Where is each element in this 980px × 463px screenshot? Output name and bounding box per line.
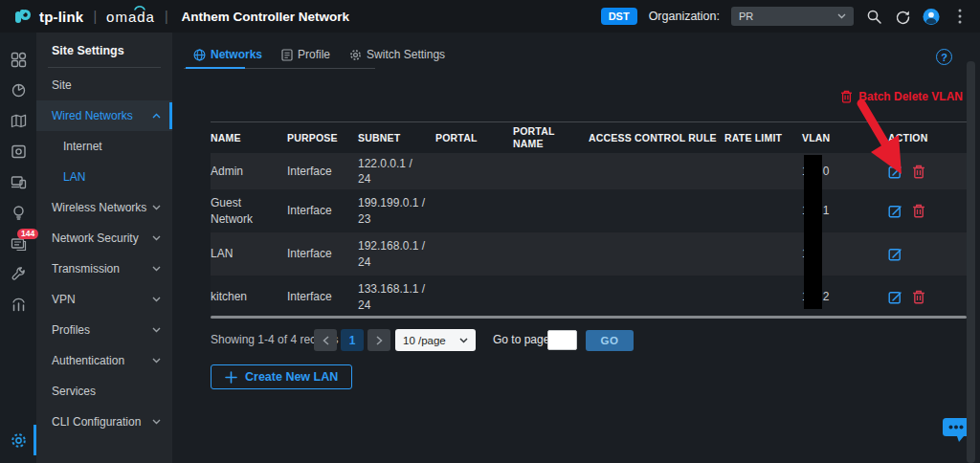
delete-icon[interactable] bbox=[912, 165, 926, 179]
cell-action bbox=[888, 290, 967, 304]
col-header-name: NAME bbox=[211, 132, 287, 144]
sidebar-item-site[interactable]: Site bbox=[36, 70, 172, 100]
cell-purpose: Interface bbox=[287, 246, 358, 261]
batch-delete-vlan-button[interactable]: Batch Delete VLAN bbox=[840, 90, 963, 103]
plus-icon bbox=[225, 371, 237, 384]
rail-insight-icon[interactable] bbox=[0, 197, 36, 228]
controller-title: Anthem Controller Network bbox=[182, 10, 350, 24]
sidebar-item-cli-configuration[interactable]: CLI Configuration bbox=[36, 407, 172, 437]
col-header-portal-name: PORTAL NAME bbox=[513, 125, 589, 149]
table-row-guest-network[interactable]: Guest Network Interface 199.199.0.1 / 23… bbox=[211, 189, 967, 232]
edit-icon[interactable] bbox=[888, 165, 902, 179]
search-icon[interactable] bbox=[865, 8, 882, 25]
cell-name: LAN bbox=[211, 246, 287, 261]
organization-label: Organization: bbox=[649, 10, 720, 23]
sidebar-item-profiles[interactable]: Profiles bbox=[36, 315, 172, 345]
sidebar-item-lan[interactable]: LAN bbox=[36, 162, 172, 192]
table-row-lan[interactable]: LAN Interface 192.168.0.1 / 24 1 bbox=[211, 232, 967, 276]
sidebar-item-network-security[interactable]: Network Security bbox=[36, 223, 172, 254]
edit-icon[interactable] bbox=[888, 290, 902, 304]
sidebar-item-wireless-networks[interactable]: Wireless Networks bbox=[36, 192, 172, 223]
edit-icon[interactable] bbox=[888, 204, 902, 218]
cell-action bbox=[888, 165, 967, 179]
settings-active-indicator bbox=[33, 425, 36, 455]
sidebar-item-authentication[interactable]: Authentication bbox=[36, 345, 172, 376]
cell-purpose: Interface bbox=[287, 289, 358, 304]
rail-tools-icon[interactable] bbox=[0, 258, 36, 289]
product-name: omada bbox=[106, 9, 155, 25]
redaction-bar bbox=[804, 155, 822, 309]
sidebar-item-vpn[interactable]: VPN bbox=[36, 284, 172, 315]
sidebar-item-internet[interactable]: Internet bbox=[36, 131, 172, 162]
vertical-scrollbar[interactable] bbox=[967, 61, 975, 463]
gear-icon bbox=[349, 49, 362, 61]
user-avatar[interactable] bbox=[923, 8, 940, 25]
sidebar-item-wired-networks[interactable]: Wired Networks bbox=[36, 100, 172, 131]
cell-subnet: 133.168.1.1 / 24 bbox=[358, 281, 435, 312]
cell-subnet: 122.0.0.1 / 24 bbox=[358, 156, 435, 187]
edit-icon[interactable] bbox=[888, 247, 902, 261]
delete-icon[interactable] bbox=[912, 290, 926, 304]
table-header-row: NAME PURPOSE SUBNET PORTAL PORTAL NAME A… bbox=[211, 121, 967, 153]
chevron-down-icon bbox=[152, 235, 161, 241]
table-row-admin[interactable]: Admin Interface 122.0.0.1 / 24 10 bbox=[211, 153, 967, 189]
col-header-access-control-rule: ACCESS CONTROL RULE bbox=[589, 132, 724, 144]
per-page-value: 10 /page bbox=[403, 335, 446, 346]
chevron-down-icon bbox=[152, 358, 161, 364]
create-new-lan-button[interactable]: Create New LAN bbox=[211, 364, 352, 389]
horizontal-scrollbar[interactable] bbox=[211, 316, 967, 319]
delete-icon[interactable] bbox=[912, 204, 926, 218]
chevron-down-icon bbox=[152, 266, 161, 272]
cell-name: kitchen bbox=[211, 289, 287, 304]
alerts-count-badge: 144 bbox=[17, 229, 38, 239]
rail-devices-icon[interactable] bbox=[0, 136, 36, 166]
rail-map-icon[interactable] bbox=[0, 105, 36, 136]
chevron-down-icon bbox=[459, 338, 468, 343]
organization-value: PR bbox=[739, 11, 753, 22]
cell-action bbox=[888, 204, 967, 218]
cell-action bbox=[888, 247, 967, 261]
active-tab-underline bbox=[186, 67, 245, 69]
brand-separator: | bbox=[93, 9, 97, 24]
next-page-button[interactable] bbox=[368, 329, 390, 351]
cell-name: Admin bbox=[211, 164, 287, 179]
col-header-purpose: PURPOSE bbox=[287, 132, 358, 144]
col-header-rate-limit: RATE LIMIT bbox=[724, 132, 802, 144]
per-page-select[interactable]: 10 /page bbox=[395, 329, 476, 351]
rail-clients-icon[interactable] bbox=[0, 166, 36, 197]
pagination-bar: Showing 1-4 of 4 records 1 10 /page Go t… bbox=[211, 329, 967, 352]
chevron-down-icon bbox=[152, 205, 161, 210]
tab-profile[interactable]: Profile bbox=[272, 48, 340, 69]
organization-select[interactable]: PR bbox=[731, 7, 854, 26]
rail-logs-icon[interactable]: 144 bbox=[0, 228, 36, 258]
table-row-kitchen[interactable]: kitchen Interface 133.168.1.1 / 24 12 bbox=[211, 276, 967, 319]
rail-reports-icon[interactable] bbox=[0, 289, 36, 320]
brand-name: tp-link bbox=[39, 9, 83, 25]
rail-dashboard-icon[interactable] bbox=[0, 44, 36, 75]
col-header-action: ACTION bbox=[888, 132, 967, 144]
goto-page-input[interactable] bbox=[547, 330, 577, 350]
sidebar-menu: Site Settings Site Wired Networks Intern… bbox=[36, 33, 172, 463]
tab-networks[interactable]: Networks bbox=[184, 48, 272, 69]
rail-settings-gear-icon[interactable] bbox=[0, 423, 36, 457]
refresh-icon[interactable] bbox=[894, 8, 911, 25]
current-page-button[interactable]: 1 bbox=[341, 329, 364, 351]
sidebar-item-services[interactable]: Services bbox=[36, 376, 172, 407]
cell-subnet: 199.199.0.1 / 23 bbox=[358, 195, 435, 226]
kebab-menu-icon[interactable] bbox=[951, 8, 969, 25]
document-icon bbox=[281, 49, 293, 61]
go-button[interactable]: GO bbox=[586, 330, 634, 351]
prev-page-button[interactable] bbox=[314, 329, 337, 351]
lan-networks-table: NAME PURPOSE SUBNET PORTAL PORTAL NAME A… bbox=[211, 121, 967, 319]
chevron-down-icon bbox=[152, 297, 161, 302]
tab-switch-settings[interactable]: Switch Settings bbox=[340, 48, 455, 69]
help-icon[interactable]: ? bbox=[936, 49, 952, 65]
goto-page-label: Go to page: bbox=[493, 333, 553, 346]
brand-area: tp-link | omada | Anthem Controller Netw… bbox=[13, 7, 349, 26]
cell-purpose: Interface bbox=[287, 203, 358, 218]
tplink-logo-icon bbox=[13, 7, 33, 26]
dst-badge: DST bbox=[601, 8, 637, 25]
sidebar-item-transmission[interactable]: Transmission bbox=[36, 254, 172, 284]
rail-statistics-icon[interactable] bbox=[0, 75, 36, 105]
sidebar-header: Site Settings bbox=[36, 36, 172, 65]
